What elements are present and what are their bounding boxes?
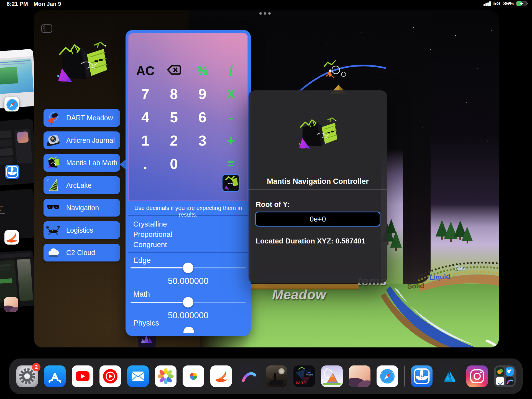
sidebar-item-dart-meadow[interactable]: DART Meadow: [44, 109, 120, 127]
option-proportional[interactable]: Proportional: [133, 229, 172, 240]
dunes-app-icon[interactable]: [349, 365, 370, 387]
flower-icon: [157, 368, 174, 385]
procreate-icon[interactable]: [238, 365, 260, 387]
dart-app-icon[interactable]: DART Arc Lake: [293, 365, 315, 387]
scene-meadow-label: Meadow: [272, 287, 326, 302]
app-store-icon[interactable]: [44, 365, 66, 387]
clock: 8:21 PM: [7, 1, 28, 7]
key-3[interactable]: 3: [198, 133, 206, 148]
key-4[interactable]: 4: [141, 110, 149, 124]
sidebar-toggle-icon[interactable]: [41, 24, 52, 33]
sunglasses-icon: [46, 201, 60, 215]
swift-bird-icon: [4, 230, 19, 245]
sidebar-item-label: Mantis Lab Math: [66, 159, 117, 167]
edge-slider[interactable]: [131, 267, 246, 268]
play-icon: [76, 371, 89, 381]
sidebar-item-c2-cloud[interactable]: C2 Cloud: [44, 244, 120, 261]
dock-divider: [404, 366, 405, 387]
dart-sublabel: Arc Lake: [306, 374, 313, 376]
scene-liquid-label: Liquid: [429, 272, 451, 282]
physics-slider-thumb[interactable]: [183, 327, 194, 336]
edge-slider-label: Edge: [133, 256, 151, 265]
instagram-icon[interactable]: [466, 365, 488, 387]
google-photos-icon[interactable]: [183, 365, 204, 387]
key-0[interactable]: 0: [170, 157, 178, 171]
drone-icon: [46, 223, 60, 237]
settings-app-icon[interactable]: 2: [16, 365, 38, 387]
key-plus[interactable]: +: [227, 133, 235, 148]
sidebar-item-arclake[interactable]: M ArcLake: [44, 176, 120, 194]
museum-scene-app-icon[interactable]: [266, 365, 287, 387]
option-congruent[interactable]: Congruent: [133, 240, 172, 250]
mountain-cone-icon: [321, 365, 343, 387]
sidebar-item-label: Articren Journal: [66, 136, 115, 144]
root-of-y-label: Root of Y:: [256, 200, 290, 209]
peak-modeler-icon[interactable]: [321, 365, 343, 387]
mantis-mini-app-icon[interactable]: [222, 174, 240, 192]
notification-badge: 2: [32, 363, 40, 371]
ipad-screen: Apps: [0, 0, 532, 399]
key-minus[interactable]: -: [229, 110, 233, 124]
math-slider[interactable]: [131, 302, 246, 303]
artstation-a-icon: [441, 368, 457, 384]
artstation-icon[interactable]: [439, 365, 460, 387]
multitasking-dots-icon[interactable]: [259, 12, 271, 15]
key-all-clear[interactable]: AC: [136, 64, 154, 77]
key-2[interactable]: 2: [170, 133, 178, 148]
option-list: Crystalline Proportional Congruent: [133, 219, 172, 250]
mail-app-icon[interactable]: [127, 365, 149, 387]
sidebar-item-logistics[interactable]: Logistics: [44, 221, 120, 239]
sidebar-item-navigation[interactable]: Navigation: [44, 199, 120, 217]
swift-bird-icon: [213, 368, 229, 384]
mantis-figure-icon: [324, 61, 335, 67]
decimals-hint: Use decimals if you are expecting them i…: [128, 205, 248, 218]
sidebar-item-label: ArcLake: [66, 181, 92, 189]
dune-icon: [4, 297, 18, 312]
camera-icon: [470, 369, 485, 384]
key-9[interactable]: 9: [198, 87, 206, 101]
testflight-app-icon[interactable]: [411, 365, 433, 387]
date: Mon Jan 9: [34, 1, 61, 7]
safari-icon[interactable]: [4, 97, 19, 111]
edge-slider-value: 50.000000: [128, 276, 248, 286]
sidebar-item-mantis-lab-math[interactable]: Mantis Lab Math: [44, 154, 120, 172]
option-crystalline[interactable]: Crystalline: [133, 219, 172, 229]
divider: [249, 189, 387, 190]
located-duration-text: Located Duration XYZ: 0.587401: [256, 237, 365, 245]
dart-bird-icon: [46, 111, 60, 125]
photos-app-icon[interactable]: [155, 365, 177, 387]
key-6[interactable]: 6: [198, 110, 206, 124]
youtube-music-icon[interactable]: [99, 365, 121, 387]
calculator-popover-arrow: [119, 159, 126, 170]
twitter-mini-icon: [506, 367, 514, 376]
math-slider-label: Math: [133, 290, 150, 299]
key-5[interactable]: 5: [170, 110, 178, 124]
svg-text:M: M: [47, 179, 48, 181]
root-of-y-input[interactable]: [255, 212, 380, 227]
math-slider-thumb[interactable]: [183, 297, 193, 307]
key-8[interactable]: 8: [170, 87, 178, 101]
sidebar-item-label: C2 Cloud: [66, 249, 95, 257]
key-equals[interactable]: =: [227, 157, 235, 170]
swift-app-icon[interactable]: [210, 365, 232, 387]
swift-playgrounds-icon[interactable]: [4, 230, 19, 245]
brush-stroke-icon: [241, 368, 257, 385]
key-percent[interactable]: %: [197, 64, 208, 77]
social-folder-icon[interactable]: [494, 365, 516, 387]
key-divide[interactable]: /: [229, 63, 233, 78]
sidebar-item-label: Logistics: [66, 226, 93, 234]
key-decimal[interactable]: .: [143, 157, 147, 171]
dunes-app-icon[interactable]: [4, 297, 18, 312]
status-bar: 8:21 PM Mon Jan 9 5G 36%: [0, 0, 532, 8]
sidebar-item-articren-journal[interactable]: Articren Journal: [44, 131, 120, 149]
key-1[interactable]: 1: [141, 133, 149, 148]
safari-app-icon[interactable]: [377, 365, 398, 387]
backspace-key[interactable]: [167, 64, 181, 77]
youtube-icon[interactable]: [72, 365, 93, 387]
testflight-icon[interactable]: [5, 165, 19, 179]
edge-slider-thumb[interactable]: [183, 263, 193, 273]
backspace-icon: [167, 65, 181, 75]
pocket-paint-mini-icon: [506, 377, 514, 385]
key-multiply[interactable]: X: [227, 88, 235, 100]
key-7[interactable]: 7: [141, 87, 149, 101]
